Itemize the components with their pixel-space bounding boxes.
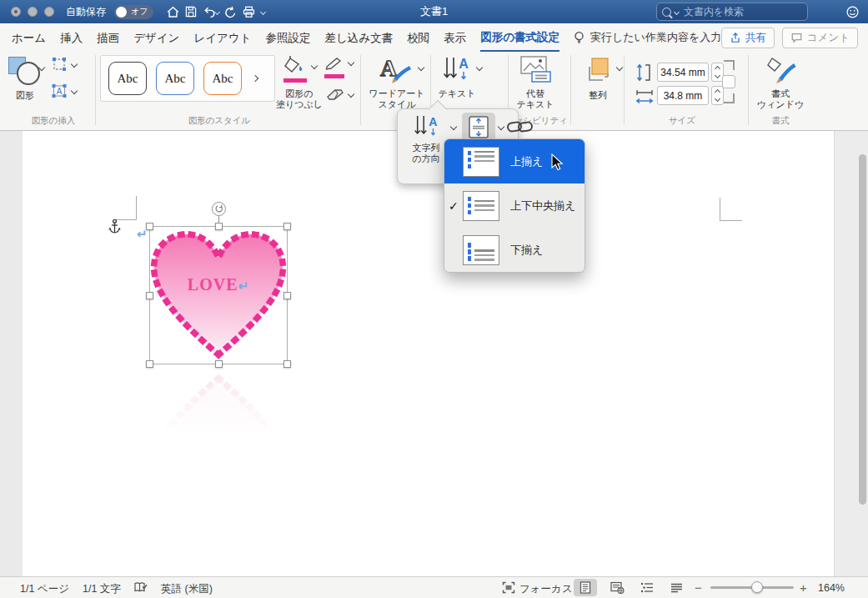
zoom-out-button[interactable]: −	[695, 580, 702, 595]
undo-dropdown-chevron-icon[interactable]	[214, 8, 220, 14]
redo-icon[interactable]	[221, 3, 239, 21]
edit-shape-chevron-icon[interactable]	[71, 61, 78, 68]
text-options-button[interactable]: A	[437, 55, 475, 87]
alt-text-button[interactable]	[514, 55, 557, 87]
resize-handle-e[interactable]	[283, 292, 291, 299]
insert-shape-button[interactable]	[8, 55, 43, 87]
toolbar-more-chevron-icon[interactable]	[260, 8, 266, 14]
shape-outline-button[interactable]	[324, 56, 345, 78]
menu-item-label: 上下中央揃え	[510, 198, 575, 214]
comments-button[interactable]: コメント	[782, 28, 858, 48]
edit-shape-button[interactable]	[52, 57, 67, 75]
lock-aspect-checkbox[interactable]	[722, 75, 735, 88]
create-link-button[interactable]	[506, 117, 534, 140]
share-label: 共有	[745, 31, 766, 45]
text-direction-button[interactable]: A 文字列 の方向	[404, 114, 448, 163]
arrange-chevron-icon[interactable]	[616, 64, 623, 71]
arrange-icon	[583, 55, 613, 85]
shape-style-orange[interactable]: Abc	[203, 62, 242, 95]
tab-home[interactable]: ホーム	[12, 25, 46, 51]
menu-item-align-bottom[interactable]: 下揃え	[444, 228, 585, 272]
text-box-chevron-icon[interactable]	[71, 88, 78, 94]
tab-mailings[interactable]: 差し込み文書	[325, 25, 394, 51]
language-status[interactable]: 英語 (米国)	[161, 582, 213, 596]
mouse-cursor	[551, 153, 564, 174]
tab-design[interactable]: デザイン	[133, 25, 179, 51]
svg-text:A: A	[57, 87, 63, 96]
text-direction-icon: A	[413, 114, 439, 139]
tab-shape-format[interactable]: 図形の書式設定	[480, 24, 559, 52]
group-divider	[360, 55, 361, 125]
shape-effects-chevron-icon[interactable]	[348, 91, 354, 98]
text-direction-chevron-icon[interactable]	[450, 123, 457, 130]
resize-handle-n[interactable]	[215, 223, 223, 230]
zoom-in-button[interactable]: +	[800, 580, 807, 595]
resize-handle-se[interactable]	[283, 360, 291, 368]
resize-handle-sw[interactable]	[146, 360, 153, 368]
toggle-knob	[116, 7, 127, 18]
view-print-layout-button[interactable]	[574, 579, 597, 596]
resize-handle-ne[interactable]	[283, 223, 291, 230]
shape-effects-button[interactable]	[325, 87, 345, 105]
search-box[interactable]	[656, 3, 808, 21]
text-direction-label-line2: の方向	[404, 153, 448, 164]
tab-references[interactable]: 参照設定	[266, 25, 311, 51]
autosave-state: オフ	[131, 6, 148, 18]
width-up-icon	[715, 89, 720, 95]
share-button[interactable]: 共有	[721, 28, 775, 48]
view-draft-button[interactable]	[665, 579, 688, 596]
vertical-scrollbar-thumb[interactable]	[859, 154, 866, 505]
resize-handle-s[interactable]	[215, 360, 223, 368]
shape-width-field[interactable]	[657, 86, 709, 105]
home-icon[interactable]	[163, 3, 182, 21]
autosave-label: 自動保存	[66, 5, 106, 19]
focus-icon	[502, 581, 515, 596]
text-box-button[interactable]: A	[52, 83, 67, 102]
wordart-label-line1: ワードアート	[364, 88, 430, 99]
tab-layout[interactable]: レイアウト	[193, 25, 251, 51]
print-icon[interactable]	[239, 3, 258, 21]
shape-height-field[interactable]	[657, 63, 709, 82]
resize-handle-w[interactable]	[146, 292, 153, 299]
focus-mode-button[interactable]: フォーカス	[519, 582, 573, 596]
align-text-button[interactable]	[462, 113, 495, 141]
menu-item-align-middle[interactable]: ✓ 上下中央揃え	[444, 183, 585, 228]
close-window-button[interactable]	[11, 7, 21, 17]
search-input[interactable]	[682, 5, 777, 18]
group-divider	[570, 55, 571, 125]
shape-fill-chevron-icon[interactable]	[311, 63, 318, 69]
feedback-smiley-icon[interactable]	[843, 3, 861, 21]
page-canvas[interactable]	[23, 131, 834, 576]
shape-style-blue[interactable]: Abc	[156, 62, 194, 95]
menu-item-label: 上揃え	[510, 154, 543, 169]
tab-review[interactable]: 校閲	[407, 25, 429, 51]
align-text-chevron-icon[interactable]	[498, 123, 504, 130]
save-icon[interactable]	[182, 3, 200, 21]
tab-insert[interactable]: 挿入	[60, 25, 83, 51]
gallery-more-chevron-icon[interactable]	[252, 75, 258, 82]
word-count[interactable]: 1/1 文字	[83, 582, 121, 596]
zoom-window-button[interactable]	[44, 7, 54, 17]
view-outline-button[interactable]	[635, 579, 659, 596]
resize-handle-nw[interactable]	[146, 223, 153, 230]
zoom-slider-thumb[interactable]	[751, 581, 763, 593]
shape-fill-button[interactable]	[282, 55, 307, 83]
view-web-layout-button[interactable]	[605, 579, 629, 596]
zoom-percentage[interactable]: 164%	[818, 582, 845, 594]
page-count[interactable]: 1/1 ページ	[20, 582, 69, 596]
text-options-chevron-icon[interactable]	[476, 64, 483, 71]
arrange-button[interactable]	[579, 55, 617, 88]
tab-draw[interactable]: 描画	[97, 25, 119, 51]
width-stepper[interactable]	[711, 86, 724, 105]
aspect-bracket-top	[724, 60, 735, 70]
svg-text:A: A	[459, 57, 469, 71]
autosave-toggle[interactable]: オフ	[114, 5, 153, 19]
proofing-status-icon[interactable]	[133, 580, 148, 596]
tab-view[interactable]: 表示	[444, 25, 466, 51]
shape-outline-chevron-icon[interactable]	[348, 59, 354, 66]
format-pane-button[interactable]	[757, 55, 804, 88]
rotation-handle[interactable]	[212, 202, 226, 216]
shape-style-black[interactable]: Abc	[108, 62, 147, 95]
minimize-window-button[interactable]	[28, 7, 38, 17]
wordart-styles-button[interactable]: A	[367, 53, 422, 88]
